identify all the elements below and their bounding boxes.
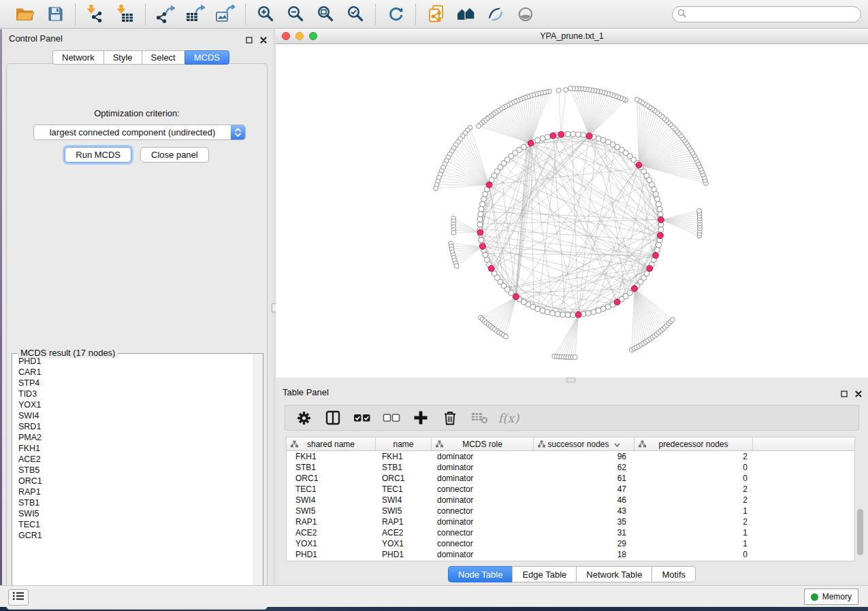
toolbar-separator <box>145 4 146 24</box>
column-header-name[interactable]: name <box>376 437 432 450</box>
table-row[interactable]: ORC1ORC1dominator610 <box>287 473 854 484</box>
network-view-window: YPA_prune.txt_1 <box>276 29 868 377</box>
network-canvas[interactable] <box>276 44 868 378</box>
search-box[interactable] <box>672 6 861 22</box>
run-mcds-button[interactable]: Run MCDS <box>65 147 131 163</box>
main-toolbar-icons <box>7 4 544 24</box>
table-row[interactable]: SWI5SWI5connector431 <box>287 506 854 516</box>
zoom-in-icon[interactable] <box>254 4 277 24</box>
main-toolbar <box>0 0 868 29</box>
mcds-result-item[interactable]: ACE2 <box>12 454 253 465</box>
cell-name: STB1 <box>376 463 432 472</box>
search-input[interactable] <box>690 9 856 20</box>
mcds-result-item[interactable]: FKH1 <box>12 443 253 454</box>
mcds-result-item[interactable]: TEC1 <box>12 519 253 530</box>
network-overview-icon[interactable] <box>454 4 477 24</box>
table-row[interactable]: PHD1PHD1dominator180 <box>287 549 854 560</box>
table-row[interactable]: TEC1TEC1connector472 <box>287 484 854 495</box>
cell-successor_nodes: 31 <box>534 528 634 538</box>
table-panel-divider-handle[interactable] <box>566 378 575 382</box>
float-table-panel-icon[interactable] <box>841 388 848 400</box>
cell-predecessor_nodes: 2 <box>634 452 753 461</box>
export-table-icon[interactable] <box>184 4 207 24</box>
mcds-result-item[interactable]: SWI4 <box>12 410 253 421</box>
clone-network-icon[interactable] <box>424 4 447 24</box>
close-panel-icon[interactable] <box>260 34 267 46</box>
task-history-button[interactable] <box>8 589 29 606</box>
column-header-predecessor-nodes[interactable]: predecessor nodes <box>634 437 753 450</box>
cell-mcds_role: dominator <box>432 474 534 483</box>
task-list-icon <box>12 591 25 604</box>
zoom-fit-icon[interactable] <box>314 4 337 24</box>
memory-button[interactable]: Memory <box>804 589 858 605</box>
delete-columns-icon[interactable] <box>441 409 459 427</box>
network-window-titlebar[interactable]: YPA_prune.txt_1 <box>276 29 868 44</box>
mcds-result-item[interactable]: PMA2 <box>12 432 253 443</box>
cell-name: PHD1 <box>376 550 432 559</box>
deselect-all-rows-icon[interactable] <box>383 409 400 427</box>
window-minimize-icon[interactable] <box>295 32 304 40</box>
status-bar: Memory <box>0 585 868 607</box>
column-header-successor-nodes[interactable]: successor nodes <box>534 437 634 450</box>
table-row[interactable]: FKH1FKH1dominator962 <box>287 451 854 462</box>
column-header-MCDS-role[interactable]: MCDS role <box>432 437 534 450</box>
tab-network[interactable]: Network <box>52 50 103 65</box>
show-columns-icon[interactable] <box>324 409 342 427</box>
mcds-result-item[interactable]: TID3 <box>12 389 253 399</box>
close-table-panel-icon[interactable] <box>855 388 862 400</box>
select-all-rows-icon[interactable] <box>353 409 371 427</box>
mcds-result-item[interactable]: ORC1 <box>12 476 253 486</box>
mcds-result-scrollbar[interactable] <box>253 354 263 603</box>
function-builder-icon: f(x) <box>500 409 517 427</box>
tab-motifs[interactable]: Motifs <box>652 566 696 582</box>
mcds-result-item[interactable]: SRD1 <box>12 421 253 432</box>
close-panel-button[interactable]: Close panel <box>140 147 209 163</box>
table-row[interactable]: STB1STB1dominator620 <box>287 462 854 473</box>
table-panel-tabs: Node TableEdge TableNetwork TableMotifs <box>276 566 868 582</box>
mcds-result-item[interactable]: YOX1 <box>12 399 253 410</box>
import-network-icon[interactable] <box>84 4 107 24</box>
table-row[interactable]: YOX1YOX1connector291 <box>287 538 854 549</box>
cell-predecessor_nodes: 1 <box>634 528 753 538</box>
window-close-icon[interactable] <box>282 32 290 40</box>
tab-style[interactable]: Style <box>103 50 142 65</box>
mcds-result-item[interactable]: STB5 <box>12 465 253 476</box>
table-row[interactable]: RAP1RAP1dominator352 <box>287 516 854 527</box>
table-mode-icon[interactable] <box>295 409 312 427</box>
cell-name: RAP1 <box>376 517 432 527</box>
delete-table-icon <box>470 409 488 427</box>
mcds-result-item[interactable]: STB1 <box>12 497 253 508</box>
optimization-criterion-dropdown[interactable]: largest connected component (undirected) <box>33 125 246 140</box>
table-row[interactable]: SWI4SWI4dominator462 <box>287 495 854 506</box>
birds-eye-view-icon[interactable] <box>514 4 537 24</box>
mcds-result-item[interactable]: CAR1 <box>12 367 253 378</box>
hide-graphics-details-icon[interactable] <box>484 4 507 24</box>
import-table-icon[interactable] <box>114 4 137 24</box>
column-header-shared-name[interactable]: shared name <box>287 437 376 450</box>
open-file-icon[interactable] <box>14 4 37 24</box>
table-scrollbar-thumb[interactable] <box>857 509 863 555</box>
control-panel-tabs: Network Style Select MCDS <box>52 50 229 65</box>
float-panel-icon[interactable] <box>246 34 253 46</box>
table-row[interactable]: ACE2ACE2connector311 <box>287 527 854 538</box>
new-column-icon[interactable] <box>412 409 430 427</box>
refresh-network-icon[interactable] <box>384 4 407 24</box>
save-session-icon[interactable] <box>44 4 67 24</box>
tab-edge-table[interactable]: Edge Table <box>512 566 576 582</box>
mcds-result-item[interactable]: SWI5 <box>12 508 253 519</box>
cell-mcds_role: connector <box>432 506 534 516</box>
window-zoom-icon[interactable] <box>309 32 317 40</box>
mcds-result-item[interactable]: GCR1 <box>12 530 253 541</box>
export-image-icon[interactable] <box>214 4 237 24</box>
export-network-icon[interactable] <box>154 4 177 24</box>
tab-select[interactable]: Select <box>142 50 184 65</box>
tab-node-table[interactable]: Node Table <box>448 566 513 582</box>
tab-network-table[interactable]: Network Table <box>576 566 652 582</box>
zoom-selected-icon[interactable] <box>344 4 367 24</box>
mcds-result-item[interactable]: RAP1 <box>12 486 253 497</box>
memory-button-label: Memory <box>822 592 852 601</box>
zoom-out-icon[interactable] <box>284 4 307 24</box>
mcds-result-item[interactable]: STP4 <box>12 378 253 389</box>
tab-mcds[interactable]: MCDS <box>184 50 229 65</box>
mcds-result-title: MCDS result (17 nodes) <box>18 348 118 358</box>
